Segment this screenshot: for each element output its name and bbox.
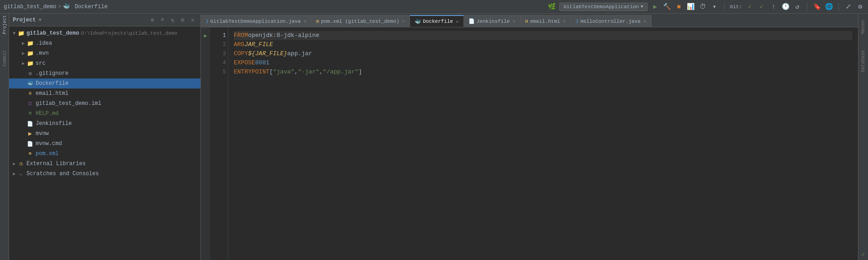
build-button[interactable]: 🔨 bbox=[663, 3, 671, 11]
git-revert-icon[interactable]: ↺ bbox=[793, 3, 801, 11]
commit-side-icon[interactable]: Commit bbox=[1, 49, 8, 68]
root-label: gitlab_test_demo bbox=[26, 30, 79, 36]
tree-item-mvnw[interactable]: ▶ mvnw bbox=[9, 129, 200, 139]
iml-icon: ⬡ bbox=[26, 100, 34, 107]
tab-docker-icon: 🐳 bbox=[415, 19, 421, 25]
line-num-3: 3 bbox=[212, 49, 226, 58]
tab-close-gitlabtestdemo[interactable]: ✕ bbox=[304, 18, 307, 24]
kw-from: FROM bbox=[234, 31, 248, 40]
root-folder-icon: 📁 bbox=[17, 30, 25, 37]
tab-label-dockerfile: Dockerfile bbox=[423, 19, 453, 24]
tab-close-dockerfile[interactable]: ✕ bbox=[456, 19, 459, 25]
run-button[interactable]: ▶ bbox=[651, 3, 659, 11]
tree-item-src[interactable]: ▶ 📁 src bbox=[9, 58, 200, 68]
tree-item-scratches[interactable]: ▶ ✏ Scratches and Consoles bbox=[9, 169, 200, 179]
tree-item-external-libs[interactable]: ▶ ⫙ External Libraries bbox=[9, 159, 200, 169]
close-panel-icon[interactable]: ✕ bbox=[189, 16, 197, 24]
scratches-label: Scratches and Consoles bbox=[26, 171, 99, 177]
val-bracket-close: ] bbox=[358, 68, 362, 77]
collapse-icon[interactable]: ≡ bbox=[158, 16, 167, 24]
bookmark-icon[interactable]: 🔖 bbox=[813, 3, 821, 11]
kw-entrypoint: ENTRYPOINT bbox=[234, 68, 269, 77]
panel-dropdown-icon[interactable]: ▼ bbox=[38, 17, 42, 23]
extlibs-label: External Libraries bbox=[26, 161, 86, 167]
translate-icon[interactable]: 🌐 bbox=[825, 3, 833, 11]
tab-jenkinsfile[interactable]: 📄 Jenkinsfile ✕ bbox=[464, 15, 521, 27]
scope-icon[interactable]: ⊕ bbox=[148, 16, 157, 24]
tree-item-jenkinsfile[interactable]: 📄 Jenkinsfile bbox=[9, 119, 200, 129]
tree-item-mvn[interactable]: ▶ 📁 .mvn bbox=[9, 48, 200, 58]
git-checkmark1[interactable]: ✓ bbox=[746, 3, 754, 11]
dockerfile-icon: 🐳 bbox=[63, 4, 70, 10]
line-num-5: 5 bbox=[212, 68, 226, 77]
gutter-line-2 bbox=[201, 40, 210, 49]
tab-hellocontroller[interactable]: J HelloController.java ✕ bbox=[571, 15, 651, 27]
stop-button[interactable]: ■ bbox=[675, 3, 683, 11]
jenkinsfile-icon: 📄 bbox=[26, 120, 34, 127]
sort-icon[interactable]: ⇅ bbox=[168, 16, 177, 24]
line-numbers: 1 2 3 4 5 bbox=[210, 27, 228, 260]
tab-java-icon1: J bbox=[205, 19, 209, 24]
tree-item-pom[interactable]: m pom.xml bbox=[9, 149, 200, 159]
src-arrow: ▶ bbox=[20, 61, 26, 66]
gitignore-icon: ⚙ bbox=[26, 70, 34, 77]
code-editor[interactable]: FROM openjdk:8-jdk-alpine ARG JAR_FILE C… bbox=[228, 27, 858, 260]
tab-close-jenkinsfile[interactable]: ✕ bbox=[512, 18, 516, 24]
gear-icon[interactable]: ⚙ bbox=[179, 16, 187, 24]
tab-dockerfile[interactable]: 🐳 Dockerfile ✕ bbox=[410, 15, 464, 27]
email-label: email.html bbox=[36, 90, 68, 97]
tab-label-gitlabtestdemo: GitlabTestDemoApplication.java bbox=[210, 19, 301, 24]
root-arrow: ▼ bbox=[11, 31, 17, 36]
resize-icon[interactable]: ⤢ bbox=[844, 3, 852, 11]
tab-html-icon: H bbox=[525, 19, 528, 24]
tree-item-iml[interactable]: ⬡ gitlab_test_demo.iml bbox=[9, 99, 200, 109]
mvnwcmd-icon: 📄 bbox=[26, 140, 34, 147]
tree-item-help[interactable]: M HELP.md bbox=[9, 109, 200, 119]
tab-gitlabtestdemo[interactable]: J GitlabTestDemoApplication.java ✕ bbox=[201, 15, 311, 27]
settings-icon[interactable]: ⚙ bbox=[856, 3, 864, 11]
kw-expose: EXPOSE bbox=[234, 58, 255, 68]
jenkinsfile-label: Jenkinsfile bbox=[36, 120, 72, 127]
code-line-1: FROM openjdk:8-jdk-alpine bbox=[234, 31, 852, 40]
tree-item-dockerfile[interactable]: 🐳 Dockerfile bbox=[9, 78, 200, 88]
mvn-folder-icon: 📁 bbox=[26, 50, 34, 57]
extlibs-arrow: ▶ bbox=[11, 161, 17, 166]
git-history-icon[interactable]: 🕐 bbox=[781, 3, 789, 11]
tree-item-idea[interactable]: ▶ 📁 .idea bbox=[9, 38, 200, 48]
root-path: D:\IdeaProjects\gitlab_test_demo bbox=[81, 31, 177, 36]
tree-item-mvnwcmd[interactable]: 📄 mvnw.cmd bbox=[9, 139, 200, 149]
tree-root[interactable]: ▼ 📁 gitlab_test_demo D:\IdeaProjects\git… bbox=[9, 28, 200, 38]
tab-label-jenkinsfile: Jenkinsfile bbox=[477, 19, 510, 24]
tab-close-pom[interactable]: ✕ bbox=[402, 18, 405, 24]
gutter-line-4 bbox=[201, 58, 210, 68]
maven-panel-label[interactable]: Maven bbox=[860, 17, 867, 36]
tab-label-hellocontroller: HelloController.java bbox=[580, 19, 641, 24]
breadcrumb-project[interactable]: gitlab_test_demo bbox=[4, 4, 56, 10]
git-checkmark2[interactable]: ✓ bbox=[758, 3, 766, 11]
tree-item-email[interactable]: H email.html bbox=[9, 88, 200, 99]
tab-close-hellocontroller[interactable]: ✕ bbox=[643, 18, 647, 24]
breadcrumb-sep: > bbox=[58, 4, 61, 10]
database-panel-label[interactable]: Database bbox=[860, 47, 867, 75]
project-side-icon[interactable]: Project bbox=[1, 16, 8, 34]
panel-header: Project ▼ ⊕ ≡ ⇅ ⚙ ✕ bbox=[9, 14, 200, 26]
val-bracket-open: [ bbox=[269, 68, 273, 77]
profile-button[interactable]: ⏱ bbox=[699, 3, 707, 11]
git-push-icon[interactable]: ↑ bbox=[769, 3, 778, 11]
src-folder-icon: 📁 bbox=[26, 60, 34, 67]
gutter-line-1: ▶ bbox=[201, 31, 210, 40]
breadcrumb: gitlab_test_demo > 🐳 Dockerfile bbox=[4, 3, 108, 10]
mvnwcmd-label: mvnw.cmd bbox=[36, 140, 62, 147]
tab-pom[interactable]: m pom.xml (gitlab_test_demo) ✕ bbox=[311, 15, 410, 27]
more-run-button[interactable]: ▾ bbox=[710, 3, 719, 11]
iml-label: gitlab_test_demo.iml bbox=[36, 100, 101, 107]
run-config-dropdown[interactable]: GitlabTestDemoApplication ▼ bbox=[559, 3, 647, 11]
coverage-button[interactable]: 📊 bbox=[687, 3, 695, 11]
line-num-2: 2 bbox=[212, 40, 226, 49]
tab-email[interactable]: H email.html ✕ bbox=[521, 15, 571, 27]
extlibs-icon: ⫙ bbox=[17, 160, 25, 167]
tree-item-gitignore[interactable]: ⚙ .gitignore bbox=[9, 68, 200, 78]
kw-arg: ARG bbox=[234, 40, 244, 49]
tab-close-email[interactable]: ✕ bbox=[563, 18, 566, 24]
top-bar: gitlab_test_demo > 🐳 Dockerfile 🌿 Gitlab… bbox=[0, 0, 868, 14]
